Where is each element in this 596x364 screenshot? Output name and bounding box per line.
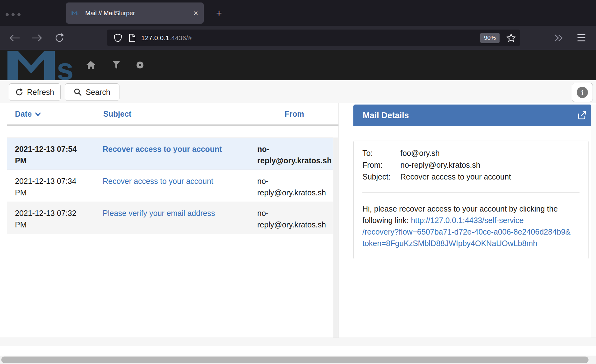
date-header-label: Date [15, 110, 32, 119]
tab-title: Mail // MailSlurper [85, 10, 190, 17]
mail-from: no-reply@ory.kratos.sh [257, 208, 328, 231]
field-from: From: no-reply@ory.kratos.sh [362, 159, 580, 171]
mail-from: no-reply@ory.kratos.sh [257, 175, 328, 198]
mailslurper-header: s [0, 50, 596, 80]
browser-window: s Mail // MailSlurper × + [0, 0, 596, 364]
page-toolbar: Refresh Search i [0, 80, 596, 103]
mail-body: Hi, please recover access to your accoun… [362, 203, 583, 249]
refresh-button[interactable]: Refresh [9, 83, 61, 101]
search-label: Search [86, 88, 110, 97]
recovery-link-line: http://127.0.0.1:4433/self-service [411, 216, 524, 225]
url-port-path: :4436/# [169, 34, 192, 41]
footer-strip [0, 338, 596, 346]
new-tab-button[interactable]: + [212, 6, 226, 20]
search-icon [74, 88, 82, 96]
mail-date: 2021-12-13 07:34 PM [15, 175, 86, 198]
mail-date: 2021-12-13 07:54 PM [15, 143, 86, 166]
window-controls[interactable] [6, 13, 21, 16]
mail-subject-link[interactable]: Please verify your email address [103, 208, 249, 219]
back-button[interactable] [7, 26, 22, 50]
mail-list: Date Subject From 2021-12-13 07:54 PM Re… [0, 103, 339, 338]
overflow-chevrons-icon[interactable] [551, 26, 566, 50]
svg-text:s: s [57, 52, 74, 80]
subject-label: Subject: [362, 171, 400, 183]
mail-details-card: To: foo@ory.sh From: no-reply@ory.kratos… [353, 141, 589, 259]
mail-details-header: Mail Details [353, 105, 592, 126]
reload-button[interactable] [52, 26, 67, 50]
horizontal-scrollbar-track[interactable] [0, 356, 596, 364]
bookmark-star-icon[interactable] [506, 33, 516, 43]
mail-date: 2021-12-13 07:32 PM [15, 208, 86, 231]
subject-value: Recover access to your account [400, 171, 511, 183]
mail-from: no-reply@ory.kratos.sh [257, 143, 328, 166]
url-text: 127.0.0.1:4436/# [141, 34, 480, 42]
filter-icon[interactable] [111, 60, 121, 70]
header-divider [7, 124, 338, 126]
mailslurper-logo: s [7, 51, 85, 80]
list-scrollbar-track[interactable] [333, 138, 338, 338]
mail-row[interactable]: 2021-12-13 07:32 PM Please verify your e… [7, 202, 333, 234]
from-value: no-reply@ory.kratos.sh [400, 159, 480, 171]
home-icon[interactable] [86, 60, 96, 70]
column-header-subject[interactable]: Subject [103, 110, 131, 119]
mail-row[interactable]: 2021-12-13 07:34 PM Recover access to yo… [7, 170, 333, 202]
window-dot-icon [12, 13, 15, 16]
mail-rows: 2021-12-13 07:54 PM Recover access to yo… [7, 138, 333, 234]
zoom-level-badge[interactable]: 90% [480, 33, 500, 43]
horizontal-scrollbar-thumb[interactable] [1, 357, 589, 363]
mail-row[interactable]: 2021-12-13 07:54 PM Recover access to yo… [7, 138, 333, 170]
shield-icon[interactable] [114, 34, 122, 42]
window-dot-icon [17, 13, 21, 16]
mail-subject-link[interactable]: Recover access to your account [103, 143, 249, 155]
to-label: To: [362, 147, 400, 159]
recovery-link-line: /recovery?flow=6507ba71-d72e-40ce-a006-8… [362, 226, 583, 238]
panel-divider [338, 103, 339, 338]
column-header-from[interactable]: From [285, 110, 304, 119]
chevron-down-icon [35, 112, 41, 116]
from-label: From: [362, 159, 400, 171]
mail-details-title: Mail Details [363, 111, 577, 120]
browser-tab-bar: s Mail // MailSlurper × + [0, 0, 596, 26]
card-divider [362, 192, 580, 193]
browser-toolbar: 127.0.0.1:4436/# 90% [0, 26, 596, 50]
settings-gear-icon[interactable] [135, 60, 145, 70]
browser-tab[interactable]: s Mail // MailSlurper × [66, 2, 204, 24]
field-subject: Subject: Recover access to your account [362, 171, 580, 183]
mailslurper-favicon: s [72, 11, 81, 15]
forward-button[interactable] [30, 26, 44, 50]
search-button[interactable]: Search [65, 83, 119, 101]
to-value: foo@ory.sh [400, 147, 440, 159]
recovery-link-line: token=8FguKzSMblD88JWIpby4OKNaUOwLb8mh [362, 238, 583, 249]
mail-subject-link[interactable]: Recover access to your account [103, 175, 249, 187]
info-button[interactable]: i [572, 83, 593, 102]
page-icon[interactable] [129, 34, 136, 42]
window-dot-icon [6, 13, 9, 16]
svg-text:s: s [77, 12, 80, 15]
refresh-icon [15, 88, 23, 96]
url-bar[interactable]: 127.0.0.1:4436/# 90% [107, 30, 520, 46]
menu-icon[interactable] [574, 26, 589, 50]
url-host: 127.0.0.1 [141, 34, 169, 41]
refresh-label: Refresh [27, 88, 54, 97]
column-header-date[interactable]: Date [15, 110, 41, 119]
details-scrollbar-track[interactable] [591, 105, 596, 338]
field-to: To: foo@ory.sh [362, 147, 580, 159]
mail-details-panel: Mail Details To: foo@ory.sh From: no-rep… [345, 103, 591, 338]
external-link-icon[interactable] [577, 110, 587, 120]
info-icon: i [577, 87, 588, 98]
tab-close-icon[interactable]: × [193, 9, 198, 17]
